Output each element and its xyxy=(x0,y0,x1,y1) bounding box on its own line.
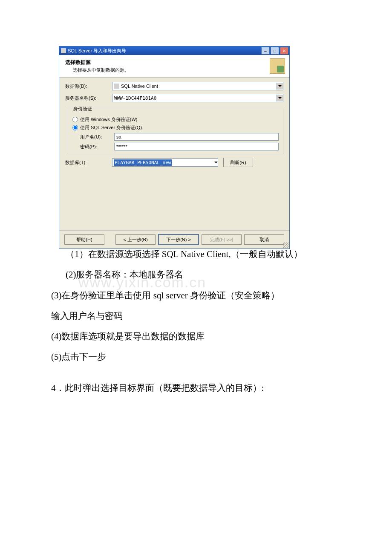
sql-auth-label: 使用 SQL Server 身份验证(Q) xyxy=(80,124,142,131)
minimize-button[interactable]: – xyxy=(261,47,270,55)
wizard-header: 选择数据源 选择要从中复制数据的源。 xyxy=(59,55,289,78)
sql-import-export-wizard-dialog: SQL Server 导入和导出向导 – □ ✕ 选择数据源 选择要从中复制数据… xyxy=(59,46,290,249)
db-icon xyxy=(114,84,119,89)
windows-auth-label: 使用 Windows 身份验证(W) xyxy=(80,116,137,123)
chevron-down-icon[interactable] xyxy=(277,83,283,90)
server-name-combobox[interactable]: WWW-1DC44F181A0 xyxy=(112,94,283,102)
doc-line-4: 输入用户名与密码 xyxy=(51,306,341,326)
doc-line-3: (3)在身份验证里单击使用 sql server 身份验证（安全策略） xyxy=(51,285,341,306)
page-subtitle: 选择要从中复制数据的源。 xyxy=(73,67,129,73)
password-input[interactable] xyxy=(114,143,279,150)
help-button[interactable]: 帮助(H) xyxy=(64,234,104,245)
auth-group: 身份验证 使用 Windows 身份验证(W) 使用 SQL Server 身份… xyxy=(68,106,283,154)
sql-auth-radio-input[interactable] xyxy=(72,125,78,130)
doc-line-6: (5)点击下一步 xyxy=(51,347,341,367)
windows-auth-radio[interactable]: 使用 Windows 身份验证(W) xyxy=(72,116,279,123)
doc-line-7: 4．此时弹出选择目标界面（既要把数据导入的目标）: xyxy=(51,378,341,398)
doc-line-1: （1）在数据源选项选择 SQL Native Client,（一般自动默认） xyxy=(66,244,341,264)
wizard-icon xyxy=(270,58,285,74)
auth-legend: 身份验证 xyxy=(72,106,93,112)
datasource-label: 数据源(D): xyxy=(65,83,112,90)
server-name-value: WWW-1DC44F181A0 xyxy=(114,95,156,101)
windows-auth-radio-input[interactable] xyxy=(72,117,78,122)
server-name-label: 服务器名称(S): xyxy=(65,95,112,101)
database-combobox[interactable]: PLAYBAR_PERSONAL_new xyxy=(112,158,218,167)
cancel-button[interactable]: 取消 xyxy=(244,234,284,245)
svg-marker-1 xyxy=(278,97,282,99)
doc-line-2: www.yixin.com.cn (2)服务器名称：本地服务器名 xyxy=(66,264,341,285)
maximize-button[interactable]: □ xyxy=(271,47,279,55)
page-title: 选择数据源 xyxy=(65,59,129,66)
chevron-down-icon[interactable] xyxy=(214,160,218,165)
password-label: 密码(P): xyxy=(80,144,114,150)
svg-marker-0 xyxy=(278,85,282,87)
svg-marker-2 xyxy=(214,162,218,163)
titlebar[interactable]: SQL Server 导入和导出向导 – □ ✕ xyxy=(59,46,289,55)
close-button[interactable]: ✕ xyxy=(280,47,288,55)
app-icon xyxy=(61,48,66,53)
document-body: （1）在数据源选项选择 SQL Native Client,（一般自动默认） w… xyxy=(51,244,341,398)
back-button[interactable]: < 上一步(B) xyxy=(115,234,156,245)
doc-line-5: (4)数据库选项就是要导出数据的数据库 xyxy=(51,326,341,347)
sql-auth-radio[interactable]: 使用 SQL Server 身份验证(Q) xyxy=(72,124,279,131)
datasource-value: SQL Native Client xyxy=(121,84,158,89)
username-input[interactable] xyxy=(114,133,279,141)
chevron-down-icon[interactable] xyxy=(277,95,283,101)
refresh-button[interactable]: 刷新(R) xyxy=(223,158,253,167)
database-label: 数据库(T): xyxy=(65,159,112,166)
finish-button: 完成(F) >>| xyxy=(202,234,242,245)
datasource-combobox[interactable]: SQL Native Client xyxy=(112,82,283,90)
window-title: SQL Server 导入和导出向导 xyxy=(68,48,126,54)
database-value: PLAYBAR_PERSONAL_new xyxy=(114,159,172,166)
username-label: 用户名(U): xyxy=(80,134,114,140)
